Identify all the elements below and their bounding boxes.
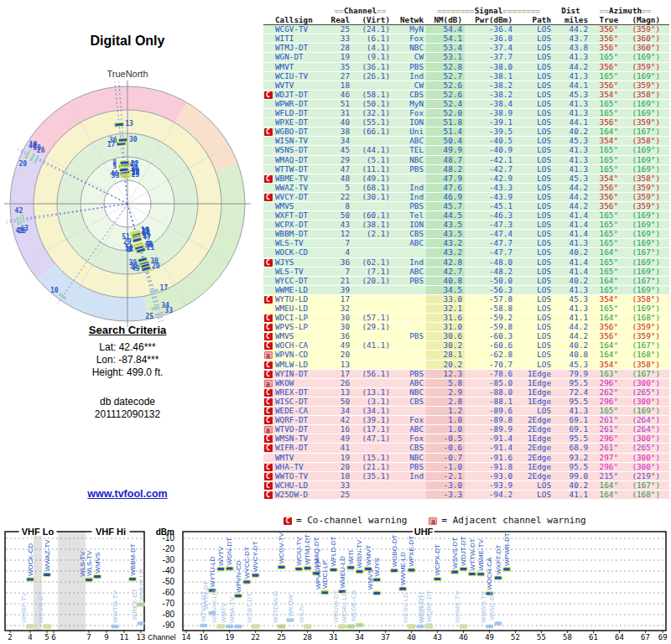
adjacent-channel-legend: a = Adjacent channel warning bbox=[429, 515, 585, 526]
left-panel: Digital Only TrueNorth 25332819352718465… bbox=[0, 0, 258, 520]
svg-text:49: 49 bbox=[485, 633, 494, 641]
svg-text:31: 31 bbox=[329, 633, 338, 641]
spectrum-station-bar bbox=[295, 567, 303, 570]
co-channel-warning-icon: C bbox=[264, 91, 273, 99]
spectrum-station-bar bbox=[494, 576, 502, 579]
longitude-value: Lon: -87.84*** bbox=[0, 354, 255, 366]
spectrum-chart: -10-20-30-40-50-60-70-80-90dBmVHF LoVHF … bbox=[0, 527, 671, 644]
spectrum-station-label: WTMJ-DT bbox=[304, 534, 311, 565]
spectrum-station-bar bbox=[217, 625, 225, 628]
spectrum-station-label: WLS-TV bbox=[79, 551, 86, 577]
db-datecode: db datecode 201112090132 bbox=[0, 396, 255, 421]
radar-channel-label: 17 bbox=[160, 284, 169, 292]
radar-plot: 2533281935271846513140383445294748522850… bbox=[0, 79, 255, 332]
spectrum-station-bar bbox=[468, 572, 476, 575]
tvfool-link[interactable]: www.tvfool.com bbox=[87, 488, 167, 500]
spectrum-station-label: WLS-TV bbox=[86, 550, 93, 576]
spectrum-station-bar bbox=[27, 578, 34, 581]
co-channel-warning-icon: C bbox=[264, 314, 273, 322]
svg-text:43: 43 bbox=[433, 633, 442, 641]
spectrum-station-bar bbox=[226, 625, 233, 628]
db-datecode-value: 201112090132 bbox=[0, 408, 255, 421]
svg-text:2: 2 bbox=[8, 633, 12, 641]
spectrum-station-bar bbox=[338, 625, 346, 628]
search-criteria-heading: Search Criteria bbox=[0, 324, 255, 336]
co-channel-warning-icon: C bbox=[264, 175, 273, 183]
svg-text:7: 7 bbox=[86, 633, 91, 641]
spectrum-station-label: WCIU-TV bbox=[295, 537, 303, 566]
spectrum-station-label: WWAZ-TV bbox=[44, 539, 51, 572]
spectrum-station-bar bbox=[494, 621, 502, 625]
spectrum-station-bar bbox=[347, 566, 355, 569]
table-row: WMAQ-DT29(5.1)NBC48.7-42.1LOS41.3165°(16… bbox=[263, 156, 669, 165]
spectrum-station-bar bbox=[226, 567, 233, 570]
spectrum-station-bar bbox=[460, 567, 467, 570]
co-channel-warning-icon: C bbox=[264, 296, 273, 304]
spectrum-station-bar bbox=[200, 624, 207, 627]
svg-text:52: 52 bbox=[511, 633, 520, 641]
svg-text:61: 61 bbox=[589, 633, 598, 641]
co-channel-warning-icon: C bbox=[264, 464, 273, 471]
radar-channel-label: 46 bbox=[110, 170, 118, 178]
radar-channel-label: 13 bbox=[125, 120, 133, 127]
svg-text:4: 4 bbox=[28, 633, 32, 641]
search-criteria: Search Criteria Lat: 42.46*** Lon: -87.8… bbox=[0, 324, 255, 379]
radar-channel-label: 8 bbox=[112, 159, 117, 167]
svg-text:dBm: dBm bbox=[156, 527, 174, 537]
spectrum-station-bar bbox=[44, 573, 51, 576]
spectrum-station-bar bbox=[503, 568, 511, 571]
spectrum-station-label: WGN-DT bbox=[226, 538, 233, 565]
radar-channel-label: 21 bbox=[147, 244, 155, 252]
spectrum-station-bar bbox=[217, 567, 225, 570]
spectrum-station-bar bbox=[112, 625, 119, 628]
adjacent-channel-warning-icon: a bbox=[429, 517, 437, 525]
spectrum-station-label: WTTW-DT bbox=[469, 538, 476, 570]
spectrum-station-label: WJYS bbox=[373, 558, 381, 576]
db-datecode-label: db datecode bbox=[0, 396, 255, 408]
spectrum-station-label: WESV-LD bbox=[402, 593, 409, 623]
spectrum-station-bar bbox=[460, 625, 467, 628]
spectrum-station-label: WPWR-DT bbox=[503, 532, 511, 566]
spectrum-station-bar bbox=[138, 621, 145, 625]
spectrum-station-bar bbox=[416, 625, 424, 628]
spectrum-station-bar bbox=[252, 574, 259, 577]
co-channel-warning-icon: C bbox=[264, 361, 273, 369]
svg-text:58: 58 bbox=[563, 633, 572, 641]
co-channel-warning-icon: C bbox=[264, 128, 273, 136]
spectrum-station-label: WGVK-DT bbox=[37, 591, 44, 623]
radar-channel-label: 41 bbox=[16, 227, 24, 235]
co-channel-warning-icon: C bbox=[264, 342, 273, 350]
svg-text:6: 6 bbox=[51, 633, 55, 641]
spectrum-station-label: WYCC-DT bbox=[243, 547, 251, 579]
radar-channel-label: 20 bbox=[18, 160, 27, 168]
radar-channel-label: 33 bbox=[164, 307, 173, 314]
radar-channel-label: 30 bbox=[129, 136, 138, 143]
spectrum-station-label: WMLW-LD bbox=[138, 569, 145, 601]
spectrum-station-label: WFLD-DT bbox=[330, 536, 337, 566]
svg-text:55: 55 bbox=[537, 633, 546, 641]
svg-text:-70: -70 bbox=[163, 599, 175, 608]
spectrum-station-bar bbox=[321, 591, 329, 595]
spectrum-station-bar bbox=[330, 568, 337, 571]
svg-text:37: 37 bbox=[381, 633, 390, 641]
table-row: WGN-DT19(9.1)CW53.1-37.7LOS41.3165°(169°… bbox=[263, 53, 669, 62]
spectrum-station-bar bbox=[408, 625, 415, 628]
spectrum-station-bar bbox=[94, 574, 101, 578]
table-row: WOCK-CD443.2-47.7LOS40.2164°(167°) bbox=[263, 248, 669, 257]
spectrum-station-bar bbox=[129, 577, 137, 580]
radar-station-bar bbox=[120, 160, 129, 164]
svg-text:-90: -90 bbox=[163, 621, 175, 630]
spectrum-station-bar bbox=[347, 625, 355, 628]
svg-text:-80: -80 bbox=[163, 610, 175, 619]
co-channel-warning-icon: C bbox=[283, 517, 292, 525]
spectrum-station-label: WBBM-DT bbox=[129, 543, 137, 575]
table-row: CW25DW-D25-3.3-94.2LOS41.1164°(168°) bbox=[263, 491, 669, 500]
co-channel-warning-icon: C bbox=[264, 333, 273, 340]
svg-text:-40: -40 bbox=[163, 566, 175, 575]
radar-channel-label: 36 bbox=[109, 137, 117, 144]
table-row: CWJYS36(62.1)Ind42.8-48.0LOS41.4165°(169… bbox=[263, 258, 669, 267]
spectrum-station-bar bbox=[486, 625, 493, 628]
svg-text:46: 46 bbox=[459, 633, 468, 641]
band-title: UHF bbox=[414, 527, 434, 537]
spectrum-station-label: WDJT-DT bbox=[460, 536, 467, 565]
